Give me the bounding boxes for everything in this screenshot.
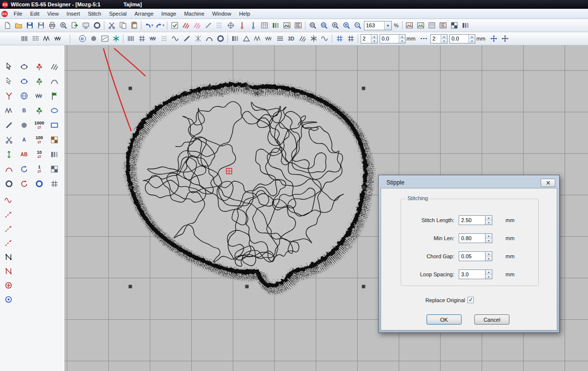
design-library[interactable] <box>426 20 438 31</box>
brain-stipple-object[interactable] <box>128 84 365 286</box>
zoom-out[interactable] <box>352 20 363 31</box>
loop-spacing-spin-down[interactable]: ▼ <box>486 275 492 279</box>
layers-distance-spin-down[interactable]: ▼ <box>469 39 475 43</box>
min-len-spin-down[interactable]: ▼ <box>486 239 492 243</box>
paste[interactable] <box>128 20 140 31</box>
zoom-dropdown-button[interactable]: ▼ <box>384 21 391 30</box>
arc-tool[interactable] <box>48 75 61 87</box>
menu-view[interactable]: View <box>43 9 63 18</box>
jump-connector[interactable] <box>1 208 15 221</box>
overview-window[interactable] <box>281 20 292 31</box>
offset-count-spin-down[interactable]: ▼ <box>371 39 377 43</box>
gradient-fill[interactable] <box>229 33 241 44</box>
layers-distance-input[interactable] <box>450 35 468 43</box>
jagged-edge[interactable] <box>252 33 263 44</box>
offset-distance-input[interactable] <box>380 35 399 43</box>
tatami-fill[interactable] <box>136 33 147 44</box>
selection-handle[interactable] <box>129 87 132 90</box>
fur-effect[interactable] <box>297 33 308 44</box>
min-len-spin-up[interactable]: ▲ <box>486 234 492 239</box>
travel-on-edges[interactable] <box>241 33 252 44</box>
selection-handle[interactable] <box>245 285 249 289</box>
product-visualizer[interactable] <box>438 20 449 31</box>
chord-gap-input[interactable] <box>459 251 485 261</box>
triple-run[interactable] <box>30 33 41 44</box>
replace-original-checkbox[interactable]: ✓ <box>467 297 474 303</box>
auto-select[interactable] <box>169 20 180 31</box>
open-design[interactable] <box>13 20 24 31</box>
print-preview[interactable] <box>58 20 69 31</box>
remove-overlaps[interactable] <box>449 20 460 31</box>
node-path[interactable] <box>1 250 15 263</box>
show-design[interactable] <box>404 20 415 31</box>
flower-duo[interactable] <box>33 75 46 87</box>
zoom-in[interactable] <box>341 20 352 31</box>
stitch-list[interactable] <box>259 20 270 31</box>
motif-fill[interactable] <box>147 33 159 44</box>
stitch-marks[interactable] <box>247 20 259 31</box>
star-fill[interactable] <box>308 33 319 44</box>
selection-handle[interactable] <box>362 186 365 189</box>
save-design[interactable] <box>24 20 35 31</box>
stitch-edit[interactable] <box>2 104 16 117</box>
travel-1000[interactable]: 1000⇄ <box>33 119 46 131</box>
layers-count-spin-up[interactable]: ▲ <box>441 35 447 39</box>
fusion-fill[interactable]: D <box>77 33 88 44</box>
slow-redraw[interactable] <box>203 20 214 31</box>
dockers[interactable] <box>460 20 471 31</box>
offset-distance-spin-up[interactable]: ▲ <box>399 35 405 39</box>
layers-count-spin-down[interactable]: ▼ <box>441 39 447 43</box>
backstitch[interactable] <box>52 33 63 44</box>
travel-100[interactable]: 100⇄ <box>33 133 46 146</box>
menu-insert[interactable]: Insert <box>62 9 84 18</box>
knife-tool[interactable] <box>2 119 16 131</box>
start-marker-tool[interactable] <box>1 279 15 291</box>
travel-1[interactable]: 1⇄ <box>33 163 46 175</box>
outline-style[interactable] <box>418 33 429 44</box>
rectangle-tool[interactable] <box>48 119 61 131</box>
stipple-run[interactable] <box>99 33 110 44</box>
zoom-to-fit[interactable] <box>318 20 329 31</box>
measure-tool[interactable] <box>2 148 16 161</box>
user-split[interactable] <box>181 33 192 44</box>
menu-special[interactable]: Special <box>105 9 130 18</box>
chord-gap-spin-down[interactable]: ▼ <box>486 257 492 261</box>
dim-artwork[interactable] <box>214 20 225 31</box>
cut[interactable] <box>106 20 117 31</box>
effect-3d[interactable]: 3D <box>285 33 297 44</box>
team-names[interactable]: AB <box>17 148 31 161</box>
dialog-titlebar[interactable]: Stipple <box>381 177 557 188</box>
grid-snap[interactable] <box>334 33 345 44</box>
contour-fill[interactable] <box>203 33 215 44</box>
curve-run[interactable] <box>1 194 15 206</box>
stitch-angles[interactable] <box>180 20 191 31</box>
connectors[interactable] <box>236 20 247 31</box>
copy[interactable] <box>117 20 128 31</box>
menu-file[interactable]: File <box>10 9 26 18</box>
design-properties[interactable] <box>292 20 304 31</box>
pan-tool[interactable] <box>500 33 511 44</box>
menu-edit[interactable]: Edit <box>26 9 43 18</box>
wave-effect[interactable] <box>319 33 330 44</box>
trapunto-outline[interactable] <box>88 33 99 44</box>
globe-motif[interactable] <box>17 89 31 102</box>
cancel-button[interactable]: Cancel <box>474 314 509 325</box>
min-len-input[interactable] <box>459 233 485 243</box>
lettering-tool[interactable]: A <box>17 133 31 146</box>
parallel-hatch[interactable] <box>48 60 61 73</box>
column-tool[interactable] <box>48 148 61 161</box>
menu-machine[interactable]: Machine <box>180 9 208 18</box>
pattern-stamp[interactable] <box>48 163 61 175</box>
selection-handle[interactable] <box>362 87 365 90</box>
stipple-fill[interactable] <box>110 33 122 44</box>
spiral-fill[interactable] <box>215 33 226 44</box>
select-tool[interactable] <box>2 60 16 73</box>
applique-tool[interactable] <box>48 133 61 146</box>
node-path-red[interactable] <box>1 265 15 277</box>
ellipse-tool[interactable] <box>48 104 61 117</box>
buttonhole-tool[interactable] <box>17 119 31 131</box>
menu-image[interactable]: Image <box>158 9 181 18</box>
reshape-tool[interactable] <box>17 60 31 73</box>
rotate-tool[interactable] <box>17 163 31 175</box>
stitch-shading[interactable] <box>191 20 203 31</box>
